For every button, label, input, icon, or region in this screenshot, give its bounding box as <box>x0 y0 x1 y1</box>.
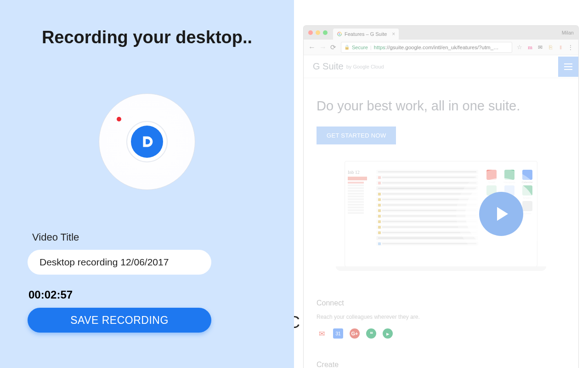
back-button[interactable]: ← <box>308 43 315 52</box>
mockup-main <box>373 168 482 266</box>
hamburger-icon <box>564 66 572 67</box>
app-icon <box>522 201 532 211</box>
browser-menu-icon[interactable]: ⋮ <box>567 44 574 51</box>
app-icon <box>504 170 514 180</box>
gmail-icon[interactable]: ✉ <box>317 328 327 339</box>
site-header: G Suite by Google Cloud <box>304 55 578 78</box>
browser-preview: Features – G Suite × Milan ← → ⟳ 🔒 Secur… <box>303 25 579 368</box>
url-rest: ://gsuite.google.com/intl/en_uk/features… <box>385 45 499 50</box>
create-heading: Create <box>317 361 565 368</box>
forward-button[interactable]: → <box>319 43 326 52</box>
tab-close-icon[interactable]: × <box>392 31 395 37</box>
connect-icons: ✉ 31 G+ ❝ ▸ <box>317 328 565 339</box>
url-scheme: https <box>374 45 385 50</box>
address-bar[interactable]: 🔒 Secure | https://gsuite.google.com/int… <box>341 42 512 53</box>
tab-favicon-icon <box>337 31 342 37</box>
hangouts-meet-icon[interactable]: ▸ <box>383 328 393 339</box>
window-close-icon[interactable] <box>308 30 313 35</box>
recording-disc <box>99 93 195 190</box>
connect-text: Reach your colleagues wherever they are. <box>317 314 565 320</box>
extension-icon[interactable]: ✉ <box>537 44 543 51</box>
connect-section: Connect Reach your colleagues wherever t… <box>317 299 565 339</box>
video-title-label: Video Title <box>32 231 266 243</box>
app-label: Gmail <box>488 181 495 184</box>
app-logo-badge <box>131 126 163 158</box>
save-recording-button[interactable]: SAVE RECORDING <box>28 308 211 333</box>
bookmark-star-icon[interactable]: ☆ <box>517 44 522 51</box>
site-logo[interactable]: G Suite <box>313 61 344 72</box>
browser-tab[interactable]: Features – G Suite × <box>333 29 399 40</box>
extension-icon[interactable]: ⫴ <box>557 44 564 51</box>
secure-label: Secure <box>352 45 368 50</box>
recording-title: Recording your desktop.. <box>28 28 266 47</box>
extension-icon[interactable]: m <box>527 44 533 51</box>
create-section: Create <box>317 361 565 368</box>
app-label: Sheets <box>523 196 531 199</box>
hero-headline: Do your best work, all in one suite. <box>317 98 565 114</box>
reload-button[interactable]: ⟳ <box>330 43 336 52</box>
window-minimize-icon[interactable] <box>316 30 320 35</box>
hangouts-chat-icon[interactable]: ❝ <box>366 328 376 339</box>
app-tile[interactable]: Hangouts <box>502 170 518 184</box>
lock-icon: 🔒 <box>344 45 350 50</box>
browser-toolbar: ← → ⟳ 🔒 Secure | https://gsuite.google.c… <box>304 40 578 55</box>
site-logo-tagline: by Google Cloud <box>346 64 384 69</box>
extension-icons: m ✉ ⎘ ⫴ ⋮ <box>527 44 574 51</box>
app-label: Calendar <box>521 181 532 184</box>
page-content: G Suite by Google Cloud Do your best wor… <box>304 55 578 368</box>
app-logo-icon <box>138 133 156 150</box>
app-icon <box>522 170 532 180</box>
hero-visual: Inb 12 <box>317 161 565 267</box>
google-plus-icon[interactable]: G+ <box>350 328 360 339</box>
app-icon <box>486 170 497 180</box>
browser-profile-name[interactable]: Milan <box>562 30 574 35</box>
video-title-input[interactable] <box>28 250 211 275</box>
tab-title: Features – G Suite <box>345 31 387 37</box>
recording-panel: Recording your desktop.. Video Title 00:… <box>0 0 294 368</box>
hero-section: Do your best work, all in one suite. GET… <box>304 78 578 368</box>
mockup-sidebar: Inb 12 <box>345 168 373 266</box>
disc-inner-ring <box>126 121 168 162</box>
recording-timer: 00:02:57 <box>28 288 266 301</box>
calendar-icon[interactable]: 31 <box>333 328 343 339</box>
app-label: Hangouts <box>503 181 515 184</box>
app-tile[interactable]: Calendar <box>519 170 535 184</box>
app-tile[interactable]: Gmail <box>484 170 500 184</box>
get-started-button[interactable]: GET STARTED NOW <box>317 126 396 144</box>
browser-tab-bar: Features – G Suite × Milan <box>304 26 578 40</box>
connect-heading: Connect <box>317 299 565 307</box>
site-menu-button[interactable] <box>558 57 578 77</box>
play-video-button[interactable] <box>479 192 523 236</box>
svg-point-1 <box>339 33 340 35</box>
app-tile[interactable]: Sheets <box>519 185 535 199</box>
recording-indicator-wrap <box>28 93 266 190</box>
window-zoom-icon[interactable] <box>323 30 328 35</box>
app-icon <box>522 185 532 196</box>
window-controls <box>308 30 328 35</box>
app-label: Admin <box>523 212 531 215</box>
extension-icon[interactable]: ⎘ <box>547 44 554 51</box>
recording-dot-icon <box>117 117 121 121</box>
laptop-mockup: Inb 12 <box>345 161 537 267</box>
